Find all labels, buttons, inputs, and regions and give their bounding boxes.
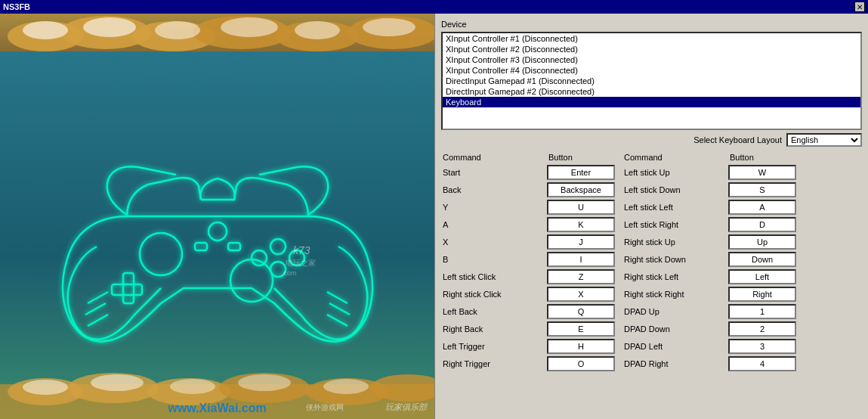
cmd-right-input-11[interactable]	[728, 356, 796, 371]
cmd-left-label-8: Left Back	[441, 307, 547, 316]
cmd-right-input-2[interactable]	[728, 200, 796, 215]
command-row-7: Right stick ClickRight stick Right	[441, 287, 862, 302]
header-cmd-right: Command	[622, 153, 728, 162]
command-row-3: ALeft stick Right	[441, 217, 862, 232]
svg-rect-28	[123, 273, 134, 303]
command-row-0: StartLeft stick Up	[441, 165, 862, 180]
close-button[interactable]: ✕	[854, 2, 865, 12]
cmd-left-label-11: Right Trigger	[441, 359, 547, 368]
cmd-left-input-7[interactable]	[547, 287, 615, 302]
cmd-right-input-8[interactable]	[728, 304, 796, 319]
cmd-left-input-2[interactable]	[547, 200, 615, 215]
left-panel: k73 电玩之家 .com 玩家俱乐部 www.XiaWai.com 侠外游戏网	[0, 14, 434, 419]
cmd-left-input-10[interactable]	[547, 339, 615, 354]
cmd-left-input-3[interactable]	[547, 217, 615, 232]
svg-point-21	[23, 380, 68, 395]
svg-point-24	[238, 374, 291, 391]
right-panel: Device XInput Controller #1 (Disconnecte…	[434, 14, 868, 419]
header-btn-right: Button	[728, 153, 804, 162]
svg-point-8	[23, 21, 68, 39]
cmd-right-label-10: DPAD Left	[622, 342, 728, 351]
svg-line-39	[88, 315, 108, 326]
cmd-left-input-8[interactable]	[547, 304, 615, 319]
cmd-left-input-1[interactable]	[547, 182, 615, 197]
svg-line-40	[327, 292, 348, 303]
svg-rect-34	[195, 243, 207, 250]
cmd-left-input-0[interactable]	[547, 165, 615, 180]
keyboard-layout-select[interactable]: English Japanese French German	[786, 133, 862, 147]
command-row-10: Left TriggerDPAD Left	[441, 339, 862, 354]
cmd-right-label-9: DPAD Down	[622, 324, 728, 334]
device-label: Device	[441, 20, 862, 29]
cmd-right-input-7[interactable]	[728, 287, 796, 302]
cmd-right-label-3: Left stick Right	[622, 220, 728, 229]
cmd-right-label-7: Right stick Right	[622, 290, 728, 299]
cmd-left-input-6[interactable]	[547, 269, 615, 284]
cmd-left-label-5: B	[441, 255, 547, 264]
cmd-left-label-3: A	[441, 220, 547, 229]
svg-line-38	[85, 303, 106, 315]
xiawai-watermark: www.XiaWai.com	[168, 402, 266, 415]
cmd-left-input-11[interactable]	[547, 356, 615, 371]
cmd-right-input-9[interactable]	[728, 321, 796, 337]
cmd-right-input-0[interactable]	[728, 165, 796, 180]
cmd-right-label-8: DPAD Up	[622, 307, 728, 316]
cmd-left-input-5[interactable]	[547, 252, 615, 267]
svg-point-9	[83, 17, 136, 37]
svg-point-22	[91, 374, 144, 391]
keyboard-layout-label: Select Keyboard Layout	[693, 135, 782, 144]
command-row-1: BackLeft stick Down	[441, 182, 862, 197]
window-title: NS3FB	[3, 2, 30, 11]
svg-point-12	[295, 21, 340, 39]
cmd-right-label-4: Right stick Up	[622, 237, 728, 247]
keyboard-layout-row: Select Keyboard Layout English Japanese …	[441, 133, 862, 147]
cmd-left-label-0: Start	[441, 168, 547, 177]
device-item-0[interactable]: XInput Controller #1 (Disconnected)	[443, 33, 860, 44]
cmd-right-input-10[interactable]	[728, 339, 796, 354]
svg-line-42	[327, 315, 348, 326]
command-row-4: XRight stick Up	[441, 234, 862, 250]
device-listbox[interactable]: XInput Controller #1 (Disconnected) XInp…	[441, 32, 862, 130]
command-row-9: Right BackDPAD Down	[441, 321, 862, 337]
device-item-3[interactable]: XInput Controller #4 (Disconnected)	[443, 65, 860, 76]
device-item-6[interactable]: Keyboard	[443, 97, 860, 107]
svg-text:电玩之家: 电玩之家	[286, 259, 316, 267]
command-row-2: YLeft stick Left	[441, 200, 862, 215]
svg-point-30	[270, 239, 286, 254]
svg-rect-29	[112, 284, 142, 295]
svg-line-41	[329, 303, 350, 315]
cmd-right-input-1[interactable]	[728, 182, 796, 197]
commands-section: Command Button Command Button StartLeft …	[441, 153, 862, 371]
cmd-right-input-3[interactable]	[728, 217, 796, 232]
main-container: k73 电玩之家 .com 玩家俱乐部 www.XiaWai.com 侠外游戏网…	[0, 14, 868, 419]
svg-text:.com: .com	[282, 269, 297, 277]
device-item-4[interactable]: DirectInput Gamepad #1 (Disconnected)	[443, 76, 860, 86]
cmd-right-input-6[interactable]	[728, 269, 796, 284]
device-item-1[interactable]: XInput Controller #2 (Disconnected)	[443, 44, 860, 54]
cmd-left-input-4[interactable]	[547, 234, 615, 250]
svg-point-23	[170, 379, 215, 394]
device-item-2[interactable]: XInput Controller #3 (Disconnected)	[443, 54, 860, 65]
command-row-5: BRight stick Down	[441, 252, 862, 267]
command-row-6: Left stick ClickRight stick Left	[441, 269, 862, 284]
title-bar: NS3FB ✕	[0, 0, 868, 14]
svg-point-25	[323, 379, 369, 394]
cmd-right-label-2: Left stick Left	[622, 203, 728, 212]
cmd-left-input-9[interactable]	[547, 321, 615, 337]
commands-header: Command Button Command Button	[441, 153, 862, 162]
svg-rect-35	[228, 243, 240, 250]
cmd-right-input-5[interactable]	[728, 252, 796, 267]
device-item-5[interactable]: DirectInput Gamepad #2 (Disconnected)	[443, 86, 860, 97]
cmd-left-label-10: Left Trigger	[441, 342, 547, 351]
cmd-left-label-6: Left stick Click	[441, 272, 547, 281]
cmd-right-label-6: Right stick Left	[622, 272, 728, 281]
cmd-right-label-1: Left stick Down	[622, 185, 728, 194]
waiguo-watermark: 侠外游戏网	[306, 402, 344, 413]
svg-line-37	[88, 292, 108, 303]
cmd-right-input-4[interactable]	[728, 234, 796, 250]
header-btn-left: Button	[547, 153, 622, 162]
cmd-left-label-7: Right stick Click	[441, 290, 547, 299]
cmd-left-label-2: Y	[441, 203, 547, 212]
cmd-right-label-5: Right stick Down	[622, 255, 728, 264]
cmd-right-label-0: Left stick Up	[622, 168, 728, 177]
